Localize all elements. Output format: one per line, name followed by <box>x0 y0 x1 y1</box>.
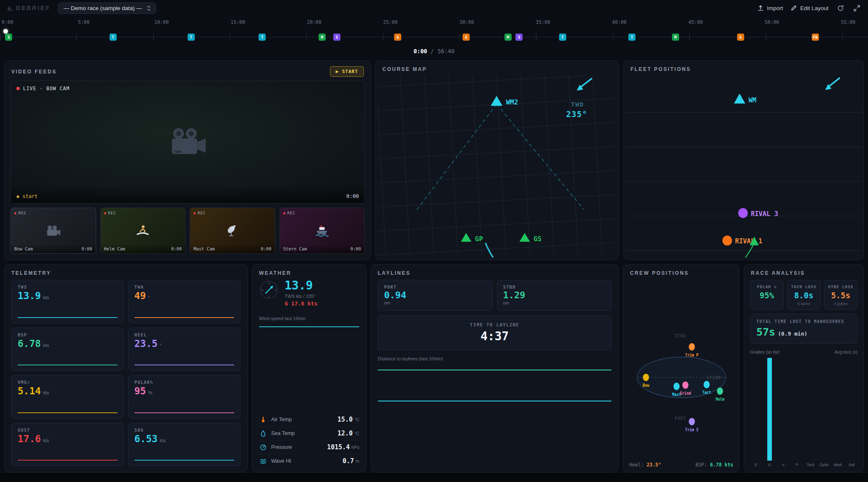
crew-dot-trim-p[interactable] <box>689 343 695 351</box>
sea-temp-icon <box>259 430 267 437</box>
crew-dot-tact[interactable] <box>703 381 710 388</box>
race-bar-slot-p <box>792 358 802 461</box>
timeline-playhead[interactable] <box>3 29 8 34</box>
laylines-panel: LAYLINES PORT 0.94 nm STBD 1.29 nm <box>371 264 619 472</box>
own-boat-trail <box>736 244 754 258</box>
rival3-boat[interactable] <box>738 208 748 218</box>
timeline: 0:005:0010:0015:0020:0025:0030:0035:0040… <box>0 16 868 55</box>
gate-port-mark[interactable] <box>461 233 471 242</box>
refresh-button[interactable] <box>836 4 845 13</box>
timeline-tick <box>76 34 77 40</box>
timeline-marker-gybe[interactable]: G <box>737 34 744 41</box>
edit-layout-button[interactable]: Edit Layout <box>790 5 829 11</box>
gate-stbd-mark[interactable] <box>519 233 530 242</box>
stbd-label: STBD <box>503 284 606 289</box>
timeline-tick <box>0 34 0 40</box>
thumb-time: 0:00 <box>350 246 361 251</box>
rec-dot <box>14 212 16 214</box>
gust-value: G 17.6 kts <box>285 300 317 307</box>
crew-dot-helm[interactable] <box>717 388 723 395</box>
timeline-marker-mark[interactable]: M <box>672 34 679 41</box>
timeline-tick-label: 50:00 <box>765 19 779 25</box>
timeline-marker-mark[interactable]: M <box>319 34 326 41</box>
video-thumb-stern-cam[interactable]: REC Stern Cam0:00 <box>280 208 365 254</box>
bsp-stat: BSP: 6.78 kts <box>695 462 733 468</box>
fleet-map-canvas[interactable]: WM RIVAL 3 RIVAL 1 <box>626 76 861 258</box>
fleet-grid-lines <box>626 112 861 251</box>
crew-dot-label: Trim S <box>685 427 698 432</box>
telemetry-sparkline <box>18 365 118 365</box>
timeline-tick-label: 35:00 <box>536 19 550 25</box>
timeline-marker-sail[interactable]: S <box>333 34 340 41</box>
fleet-positions-title: FLEET POSITIONS <box>630 66 691 72</box>
video-thumb-bow-cam[interactable]: REC Bow Cam0:00 <box>10 208 96 254</box>
telemetry-unit: kts <box>43 343 49 348</box>
main-video-feed[interactable]: LIVE · BOW CAM ◆ start 0:00 <box>10 81 365 203</box>
rec-dot <box>104 212 106 214</box>
timeline-marker-tack[interactable]: T <box>259 34 266 41</box>
stern-label: STERN <box>707 375 721 380</box>
timeline-marker-start[interactable]: S <box>5 34 12 41</box>
crew-dot-grind[interactable] <box>682 381 689 389</box>
windward-mark[interactable] <box>491 96 502 106</box>
race-selector-dropdown[interactable]: — Demo race (sample data) — <box>58 3 156 14</box>
gybe-loss-value: 5.5s <box>826 291 855 300</box>
telemetry-label: POLAR% <box>134 380 234 385</box>
crew-dot-trim-s[interactable] <box>689 418 695 425</box>
race-bar-label: G <box>765 463 775 467</box>
telemetry-value: 23.5 <box>134 338 157 349</box>
timeline-marker-sail[interactable]: S <box>515 34 523 41</box>
telemetry-card-twa: TWA49° <box>128 280 241 323</box>
race-bar-label: P <box>792 463 802 467</box>
timeline-marker-tack[interactable]: T <box>188 34 195 41</box>
course-map-canvas[interactable]: TWD 235° WM2 GP GS <box>378 76 617 258</box>
timeline-marker-mark[interactable]: M <box>505 34 512 41</box>
timeline-time-readout: 0:00 / 56:40 <box>0 48 868 55</box>
fullscreen-button[interactable] <box>852 4 861 13</box>
video-thumb-helm-cam[interactable]: REC Helm Cam0:00 <box>100 208 186 254</box>
race-bar-slot-sail <box>847 358 857 461</box>
total-time: 56:40 <box>437 48 455 55</box>
crew-dot-mast[interactable] <box>674 383 680 390</box>
timeline-marker-gybe[interactable]: G <box>394 34 401 41</box>
timeline-marker-tack[interactable]: T <box>559 34 566 41</box>
timeline-marker-gybe[interactable]: G <box>463 34 470 41</box>
telemetry-title: TELEMETRY <box>11 270 51 276</box>
port-distance-value: 0.94 <box>384 290 486 300</box>
bottom-strip <box>0 472 868 482</box>
port-distance-line <box>378 401 612 401</box>
telemetry-sparkline <box>18 317 118 318</box>
rival1-boat[interactable] <box>722 236 732 246</box>
start-playback-button[interactable]: ▶ START <box>330 66 364 77</box>
time-to-layline-value: 4:37 <box>481 329 509 343</box>
timeline-marker-finish[interactable]: FN <box>812 34 819 41</box>
port-distance-unit: nm <box>384 300 486 305</box>
rec-dot <box>193 212 196 214</box>
video-thumb-mast-cam[interactable]: REC Mast Cam0:00 <box>190 208 275 254</box>
race-bar-label: Tack <box>805 463 816 467</box>
timeline-marker-tack[interactable]: T <box>110 34 117 41</box>
video-feeds-title: VIDEO FEEDS <box>11 69 57 75</box>
telemetry-value: 13.9 <box>18 290 41 301</box>
timeline-tick-label: 0:00 <box>2 19 13 25</box>
windward-mark[interactable] <box>734 94 745 104</box>
import-button[interactable]: Import <box>757 5 783 11</box>
thumb-name: Bow Cam <box>14 246 33 251</box>
weather-title: WEATHER <box>259 270 291 276</box>
crew-dot-label: Bow <box>643 383 649 388</box>
timeline-track[interactable]: STTTMSGGMSTTMGFN <box>0 28 868 47</box>
total-time-lost-label: TOTAL TIME LOST TO MANOEUVRES <box>756 319 851 324</box>
rival1-label: RIVAL 1 <box>735 237 762 245</box>
svg-text:E: E <box>275 289 277 292</box>
telemetry-label: BSP <box>18 332 118 337</box>
crew-dot-bow[interactable] <box>643 374 649 381</box>
crew-positions-title: CREW POSITIONS <box>630 270 689 276</box>
telemetry-sparkline <box>134 365 234 365</box>
telemetry-value: 6.78 <box>18 338 41 349</box>
telemetry-sparkline <box>134 412 234 413</box>
refresh-icon <box>837 5 844 12</box>
telemetry-card-heel: HEEL23.5° <box>128 328 241 371</box>
surfer-icon <box>136 224 150 238</box>
timeline-marker-tack[interactable]: T <box>628 34 635 41</box>
telemetry-label: HEEL <box>134 332 234 337</box>
